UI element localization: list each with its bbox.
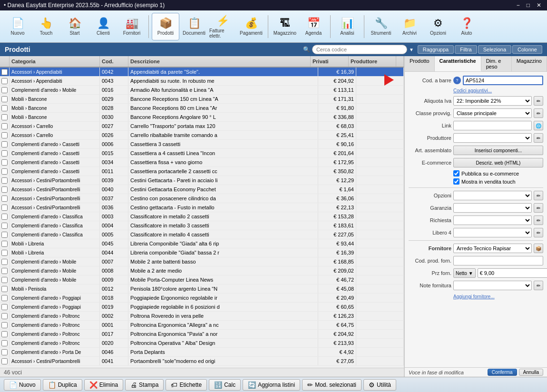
row-check[interactable] bbox=[0, 122, 10, 130]
classe-provvig-edit-btn[interactable]: ✏ bbox=[534, 108, 543, 118]
cancel-btn[interactable]: Annulla bbox=[519, 369, 543, 376]
prz-forn-input[interactable] bbox=[478, 268, 547, 278]
nav-action-raggruppa[interactable]: Raggruppa bbox=[418, 45, 454, 54]
row-check[interactable] bbox=[0, 77, 10, 85]
right-tab-dim--e-peso[interactable]: Dim. e peso bbox=[481, 56, 512, 71]
table-row[interactable]: Complementi d'arredo › Classifica 0003 C… bbox=[0, 212, 404, 221]
title-bar-controls[interactable]: − □ ✕ bbox=[515, 2, 543, 9]
toolbar-btn-archivi[interactable]: 📁Archivi bbox=[396, 13, 423, 40]
table-row[interactable]: Accessori › Cestini/Portaombrelli 0040 C… bbox=[0, 185, 404, 194]
mostra-checkbox[interactable] bbox=[453, 178, 459, 185]
nav-action-seleziona[interactable]: Seleziona bbox=[478, 45, 511, 54]
fornitore-select[interactable]: Arredo Tecnico Rapisar bbox=[453, 244, 532, 253]
search-dropdown-icon[interactable]: ▼ bbox=[409, 47, 414, 52]
table-row[interactable]: Complementi d'arredo › Poggiapi 0018 Pog… bbox=[0, 294, 404, 303]
row-check[interactable] bbox=[0, 176, 10, 185]
footer-btn-nuovo[interactable]: 📄Nuovo bbox=[4, 379, 41, 391]
row-check[interactable] bbox=[0, 158, 10, 167]
row-check[interactable] bbox=[0, 212, 10, 221]
row-check[interactable] bbox=[0, 149, 10, 157]
col-desc[interactable]: Descrizione bbox=[128, 56, 311, 67]
table-row[interactable]: Complementi d'arredo › Poltronc 0020 Pol… bbox=[0, 339, 404, 348]
row-check[interactable] bbox=[0, 294, 10, 302]
row-check[interactable] bbox=[0, 104, 10, 112]
col-cod[interactable]: Cod. bbox=[100, 56, 128, 67]
row-check[interactable] bbox=[0, 221, 10, 230]
opzioni-select[interactable] bbox=[453, 191, 532, 200]
classe-provvig-select[interactable]: Classe principale bbox=[453, 108, 532, 118]
art-assemblato-btn[interactable]: Inserisci componenti... bbox=[453, 146, 543, 155]
footer-btn-mod[interactable]: ✏Mod. selezionati bbox=[302, 379, 361, 391]
row-check[interactable] bbox=[0, 140, 10, 148]
cod-barre-input[interactable] bbox=[463, 76, 543, 85]
table-row[interactable]: Complementi d'arredo › Classifica 0004 C… bbox=[0, 221, 404, 230]
toolbar-btn-documenti[interactable]: 📋Documenti bbox=[180, 13, 208, 40]
table-row[interactable]: Accessori › Appendiabiti 0042 Appendiabi… bbox=[0, 68, 404, 77]
cod-barre-help[interactable]: ? bbox=[453, 77, 461, 84]
close-btn[interactable]: ✕ bbox=[535, 2, 543, 9]
table-row[interactable]: Accessori › Cestini/Portaombrelli 0036 C… bbox=[0, 203, 404, 212]
table-row[interactable]: Accessori › Carrello 0027 Carrello "Tras… bbox=[0, 122, 404, 131]
codici-aggiuntivi-link[interactable]: Codici aggiuntivi... bbox=[453, 88, 543, 93]
row-check[interactable] bbox=[0, 68, 10, 76]
toolbar-btn-start[interactable]: 🏠Start bbox=[61, 13, 88, 40]
table-row[interactable]: Complementi d'arredo › Cassetti 0015 Cas… bbox=[0, 149, 404, 158]
note-fornitura-select[interactable] bbox=[453, 281, 532, 290]
footer-btn-elimina[interactable]: ❌Elimina bbox=[84, 379, 123, 391]
minimize-btn[interactable]: − bbox=[515, 2, 522, 9]
row-check[interactable] bbox=[0, 230, 10, 239]
produttore-edit-btn[interactable]: ✏ bbox=[534, 133, 543, 143]
toolbar-btn-touch[interactable]: 👆Touch bbox=[32, 13, 60, 40]
prz-forn-netto-btn[interactable]: Netto ▼ bbox=[453, 268, 476, 278]
libero4-select[interactable] bbox=[453, 228, 532, 237]
row-check[interactable] bbox=[0, 303, 10, 311]
richiesta-edit-btn[interactable]: ✏ bbox=[534, 216, 543, 225]
toolbar-btn-nuovo[interactable]: 📄Nuovo bbox=[4, 13, 31, 40]
garanzia-edit-btn[interactable]: ✏ bbox=[534, 203, 543, 213]
table-row[interactable]: Accessori › Carrello 0026 Carrello ribal… bbox=[0, 131, 404, 140]
toolbar-btn-aiuto[interactable]: ❓Aiuto bbox=[453, 13, 480, 40]
table-row[interactable]: Complementi d'arredo › Mobile 0008 Mobil… bbox=[0, 266, 404, 275]
table-row[interactable]: Complementi d'arredo › Cassetti 0011 Cas… bbox=[0, 167, 404, 176]
row-check[interactable] bbox=[0, 284, 10, 293]
link-globe-btn[interactable]: 🌐 bbox=[534, 121, 543, 130]
opzioni-edit-btn[interactable]: ✏ bbox=[534, 191, 543, 200]
cod-prod-forn-input[interactable] bbox=[453, 256, 543, 265]
right-tab-magazzino[interactable]: Magazzino bbox=[512, 56, 547, 71]
row-check[interactable] bbox=[0, 248, 10, 257]
row-check[interactable] bbox=[0, 321, 10, 329]
toolbar-btn-prodotti[interactable]: 📦Prodotti bbox=[152, 13, 179, 40]
garanzia-select[interactable] bbox=[453, 203, 532, 213]
toolbar-btn-strumenti[interactable]: 🔧Strumenti bbox=[367, 13, 395, 40]
row-check[interactable] bbox=[0, 185, 10, 194]
row-check[interactable] bbox=[0, 257, 10, 266]
table-row[interactable]: Complementi d'arredo › Poggiapi 0019 Pog… bbox=[0, 303, 404, 312]
table-row[interactable]: Complementi d'arredo › Poltronc 0017 Pol… bbox=[0, 330, 404, 339]
row-check[interactable] bbox=[0, 131, 10, 139]
row-check[interactable] bbox=[0, 348, 10, 356]
footer-btn-utilita[interactable]: ⚙Utilità bbox=[363, 379, 396, 391]
row-check[interactable] bbox=[0, 167, 10, 176]
table-row[interactable]: Mobili › Bancone 0028 Bancone Receptions… bbox=[0, 104, 404, 113]
fornitore-icon-btn[interactable]: 📦 bbox=[534, 244, 543, 253]
aggiungi-fornitore-link[interactable]: Aggiungi fornitore... bbox=[453, 294, 495, 299]
table-row[interactable]: Complementi d'arredo › Cassetti 0034 Cas… bbox=[0, 158, 404, 167]
link-input[interactable] bbox=[453, 121, 532, 130]
table-row[interactable]: Complementi d'arredo › Mobile 0007 Mobil… bbox=[0, 257, 404, 266]
table-row[interactable]: Accessori › Cestini/Portaombrelli 0039 C… bbox=[0, 176, 404, 185]
row-check[interactable] bbox=[0, 95, 10, 103]
nav-action-colonne[interactable]: Colonne bbox=[512, 45, 542, 54]
row-check[interactable] bbox=[0, 86, 10, 94]
table-row[interactable]: Mobili › Libreria 0044 Libreria componib… bbox=[0, 248, 404, 257]
footer-btn-etichette[interactable]: 🏷Etichette bbox=[166, 379, 207, 391]
toolbar-btn-fornitori[interactable]: 🏭Fornitori bbox=[118, 13, 146, 40]
toolbar-btn-clienti[interactable]: 👤Clienti bbox=[89, 13, 117, 40]
row-check[interactable] bbox=[0, 203, 10, 212]
produttore-select[interactable] bbox=[453, 133, 532, 143]
row-check[interactable] bbox=[0, 113, 10, 121]
toolbar-btn-magazzino[interactable]: 🏗Magazzino bbox=[271, 13, 299, 40]
table-row[interactable]: Complementi d'arredo › Cassetti 0006 Cas… bbox=[0, 140, 404, 149]
row-check[interactable] bbox=[0, 239, 10, 248]
table-row[interactable]: Complementi d'arredo › Mobile 0016 Armad… bbox=[0, 86, 404, 95]
table-row[interactable]: Complementi d'arredo › Porta De 0046 Por… bbox=[0, 348, 404, 357]
